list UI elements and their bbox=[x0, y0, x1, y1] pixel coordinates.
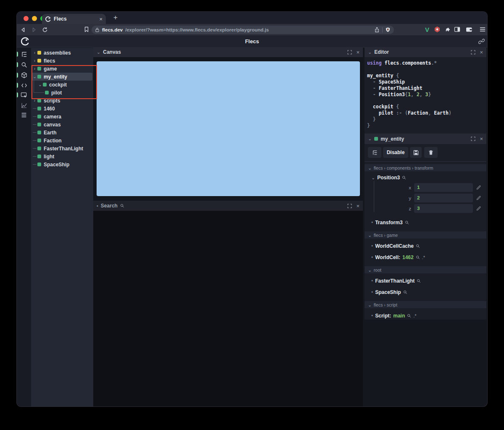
component-position3[interactable]: ⌄ Position3 bbox=[365, 174, 486, 181]
chevron-down-icon[interactable]: ⌄ bbox=[371, 175, 375, 181]
chevron-right-icon[interactable]: › bbox=[33, 59, 37, 63]
entity-square-icon bbox=[37, 115, 41, 118]
tree-item-earth[interactable]: Earth bbox=[31, 128, 93, 136]
search-icon[interactable] bbox=[405, 220, 409, 225]
fullscreen-icon[interactable] bbox=[347, 50, 352, 55]
show-tree-button[interactable] bbox=[368, 147, 381, 158]
query-search-icon[interactable] bbox=[17, 60, 31, 70]
component-spaceship[interactable]: • SpaceShip bbox=[365, 288, 486, 296]
chevron-down-icon[interactable]: ⌄ bbox=[368, 302, 372, 307]
tree-item-assemblies[interactable]: ›assemblies bbox=[31, 49, 93, 57]
search-icon[interactable] bbox=[402, 176, 406, 180]
tab-flecs[interactable]: Flecs × bbox=[42, 14, 106, 24]
share-icon[interactable] bbox=[374, 27, 380, 33]
stats-chart-icon[interactable] bbox=[17, 100, 31, 110]
canvas-panel-icon[interactable] bbox=[17, 90, 31, 100]
share-link-icon[interactable] bbox=[478, 38, 485, 45]
search-icon[interactable] bbox=[416, 255, 420, 260]
entities-cube-icon[interactable] bbox=[17, 70, 31, 80]
extensions-puzzle-icon[interactable] bbox=[443, 25, 452, 34]
chevron-down-icon[interactable]: ⌄ bbox=[368, 50, 372, 55]
fullscreen-icon[interactable] bbox=[471, 50, 475, 55]
extension-vue-icon[interactable]: V bbox=[423, 25, 432, 34]
tree-item-label: light bbox=[44, 154, 54, 160]
close-icon[interactable]: × bbox=[356, 203, 360, 209]
chevron-right-icon[interactable]: › bbox=[33, 99, 37, 102]
tree-item-spaceship[interactable]: SpaceShip bbox=[31, 160, 93, 168]
entity-square-icon bbox=[37, 163, 41, 166]
search-icon[interactable] bbox=[417, 279, 421, 283]
component-fasterthanlight[interactable]: • FasterThanLight bbox=[365, 277, 486, 285]
edit-pencil-icon[interactable] bbox=[476, 206, 481, 211]
field-value-input[interactable]: 1 bbox=[414, 183, 473, 192]
field-value-input[interactable]: 3 bbox=[414, 204, 473, 213]
close-icon[interactable]: × bbox=[356, 49, 360, 55]
search-icon[interactable] bbox=[416, 244, 420, 248]
fullscreen-icon[interactable] bbox=[347, 204, 352, 208]
section-game[interactable]: ⌄flecs › game bbox=[365, 231, 486, 239]
sidebar-toggle-icon[interactable] bbox=[452, 25, 462, 34]
new-tab-button[interactable]: + bbox=[111, 13, 120, 22]
tab-close-icon[interactable]: × bbox=[99, 16, 102, 22]
minimize-window-button[interactable] bbox=[32, 16, 37, 21]
field-value-input[interactable]: 2 bbox=[414, 194, 473, 202]
render-canvas[interactable] bbox=[97, 61, 360, 196]
search-panel-header: • Search × bbox=[93, 201, 363, 211]
tree-item-flecs[interactable]: ›flecs bbox=[31, 57, 93, 65]
section-transform[interactable]: ⌄flecs › components › transform bbox=[365, 164, 486, 171]
close-window-button[interactable] bbox=[24, 16, 29, 21]
section-script[interactable]: ⌄flecs › script bbox=[365, 301, 486, 308]
disable-button[interactable]: Disable bbox=[383, 147, 408, 158]
bookmark-icon[interactable] bbox=[82, 25, 91, 34]
search-icon[interactable] bbox=[407, 314, 411, 318]
delete-trash-icon[interactable] bbox=[424, 147, 438, 158]
chevron-down-icon[interactable]: ⌄ bbox=[368, 136, 372, 142]
close-icon[interactable]: × bbox=[480, 49, 483, 55]
chevron-right-icon[interactable]: › bbox=[33, 51, 37, 55]
browser-window: Flecs × + flecs.dev /explorer/?wasm=http… bbox=[17, 12, 487, 406]
tree-panel-icon[interactable] bbox=[17, 49, 31, 59]
reload-button[interactable] bbox=[40, 25, 50, 34]
section-root[interactable]: ⌄root bbox=[365, 266, 486, 273]
tree-item-camera[interactable]: camera bbox=[31, 113, 93, 121]
wallet-icon[interactable] bbox=[465, 25, 474, 34]
back-button[interactable] bbox=[18, 25, 28, 34]
tree-item-faction[interactable]: Faction bbox=[31, 136, 93, 144]
tree-item-fasterthanlight[interactable]: FasterThanLight bbox=[31, 144, 93, 152]
bullet-icon[interactable]: • bbox=[97, 203, 98, 208]
brave-shield-icon[interactable] bbox=[385, 27, 391, 33]
code-line: using flecs.components.* bbox=[367, 60, 484, 66]
component-script[interactable]: • Script: main .* bbox=[365, 312, 486, 320]
chevron-down-icon[interactable]: ⌄ bbox=[368, 267, 372, 273]
entity-tree: ›assemblies ›flecs ›game ⌄my_entity ⌄coc… bbox=[31, 48, 93, 406]
browser-menu-icon[interactable] bbox=[478, 25, 487, 34]
extension-hexagon-icon[interactable] bbox=[433, 25, 442, 34]
pair-suffix: .* bbox=[422, 255, 425, 260]
component-worldcell[interactable]: • WorldCell: 1462 .* bbox=[365, 254, 486, 261]
chevron-down-icon[interactable]: ⌄ bbox=[368, 233, 372, 238]
save-icon[interactable] bbox=[410, 147, 422, 158]
chevron-down-icon[interactable]: ⌄ bbox=[97, 50, 100, 55]
tree-item-light[interactable]: light bbox=[31, 152, 93, 160]
app-header: Flecs bbox=[17, 35, 487, 47]
forward-button[interactable] bbox=[29, 25, 39, 34]
component-value[interactable]: main bbox=[393, 313, 405, 319]
close-icon[interactable]: × bbox=[480, 136, 483, 142]
screen-background: Flecs × + flecs.dev /explorer/?wasm=http… bbox=[0, 0, 504, 430]
search-icon[interactable] bbox=[403, 290, 407, 294]
editor-panel-title: Editor bbox=[374, 49, 389, 55]
logs-rows-icon[interactable] bbox=[17, 110, 31, 120]
editor-code-icon[interactable] bbox=[17, 80, 31, 90]
tree-item-1460[interactable]: 1460 bbox=[31, 105, 93, 113]
component-transform3[interactable]: • Transform3 bbox=[365, 219, 486, 226]
tree-guide bbox=[33, 124, 37, 125]
tree-item-canvas[interactable]: canvas bbox=[31, 121, 93, 128]
url-bar[interactable]: flecs.dev /explorer/?wasm=https://www.fl… bbox=[92, 26, 394, 34]
component-worldcellcache[interactable]: • WorldCellCache bbox=[365, 242, 486, 250]
component-value[interactable]: 1462 bbox=[402, 254, 414, 260]
fullscreen-icon[interactable] bbox=[471, 136, 475, 141]
chevron-down-icon[interactable]: ⌄ bbox=[368, 165, 372, 170]
edit-pencil-icon[interactable] bbox=[476, 196, 481, 200]
edit-pencil-icon[interactable] bbox=[476, 185, 481, 190]
code-editor[interactable]: using flecs.components.* my_entity { - S… bbox=[365, 57, 486, 134]
